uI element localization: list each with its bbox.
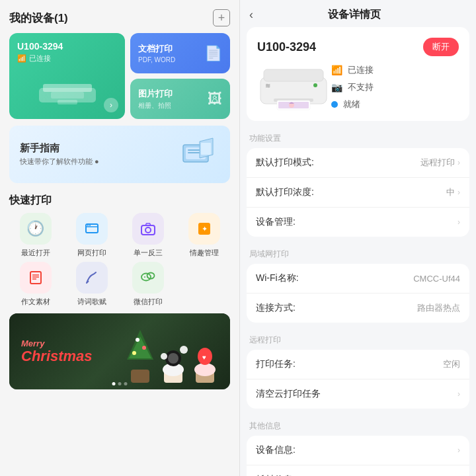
- device-card-image: [38, 81, 97, 110]
- device-info-card: U100-3294 断开: [247, 27, 469, 121]
- detail-page-title: 设备详情页: [258, 8, 450, 22]
- svg-point-11: [87, 225, 89, 226]
- ready-status-label: 就绪: [343, 99, 360, 110]
- emotion-label: 情趣管理: [190, 248, 219, 258]
- svg-rect-8: [201, 143, 211, 155]
- device-cards-row: U100-3294 📶 已连接 › 文档打印 PDF, WORD: [0, 33, 239, 126]
- left-panel: 我的设备(1) + U100-3294 📶 已连接 ›: [0, 0, 239, 476]
- settings-row-connect-type: 连接方式: 路由器热点: [247, 294, 469, 323]
- carousel-line1: Merry: [21, 338, 93, 348]
- svg-marker-28: [129, 337, 151, 358]
- guide-title: 新手指南: [20, 142, 99, 155]
- quick-item-web[interactable]: 网页打印: [65, 213, 118, 258]
- doc-card-subtitle: PDF, WORD: [138, 56, 175, 63]
- photo-card-subtitle: 相册、拍照: [138, 101, 173, 110]
- quick-item-emotion[interactable]: ✦ 情趣管理: [178, 213, 230, 258]
- svg-rect-3: [58, 100, 77, 104]
- svg-point-35: [168, 353, 178, 364]
- svg-point-30: [142, 346, 146, 350]
- quick-item-recent[interactable]: 🕐 最近打开: [9, 213, 61, 258]
- device-card-arrow[interactable]: ›: [104, 98, 118, 112]
- svg-point-12: [89, 225, 91, 226]
- back-button[interactable]: ‹: [249, 8, 253, 22]
- svg-rect-7: [188, 152, 200, 153]
- svg-point-24: [144, 276, 145, 278]
- svg-point-25: [147, 276, 148, 278]
- essay-label: 作文素材: [21, 297, 50, 307]
- settings-row-consumable[interactable]: 耗材信息: ›: [247, 465, 469, 476]
- right-panel: ‹ 设备详情页 U100-3294 断开: [240, 0, 476, 476]
- chevron-icon: ›: [457, 446, 460, 455]
- wifi-icon: 📶: [331, 65, 342, 75]
- doc-print-card[interactable]: 文档打印 PDF, WORD 📄: [130, 33, 230, 73]
- svg-rect-26: [131, 370, 149, 383]
- ready-dot-icon: [331, 101, 338, 108]
- add-device-button[interactable]: +: [213, 9, 230, 26]
- svg-point-22: [141, 274, 151, 281]
- svg-rect-43: [264, 69, 323, 81]
- web-icon: [76, 213, 108, 245]
- cam-icon: 📷: [331, 82, 342, 93]
- svg-rect-17: [30, 272, 41, 284]
- doc-card-title: 文档打印: [138, 43, 175, 55]
- svg-point-31: [132, 351, 136, 355]
- settings-row-density[interactable]: 默认打印浓度: 中 ›: [247, 178, 469, 208]
- section-label-0: 功能设置: [240, 128, 476, 148]
- section-label-3: 其他信息: [240, 415, 476, 436]
- print-type-cards: 文档打印 PDF, WORD 📄 图片打印 相册、拍照 🖼: [130, 33, 230, 119]
- left-header: 我的设备(1) +: [0, 0, 239, 33]
- wifi-status-label: 已连接: [348, 64, 374, 76]
- section-label-2: 远程打印: [240, 329, 476, 350]
- recent-label: 最近打开: [21, 248, 50, 258]
- guide-illustration: [180, 135, 219, 174]
- settings-container: 功能设置 默认打印模式: 远程打印 › 默认打印浓度: 中 › 设备管理: › …: [240, 128, 476, 476]
- quick-item-camera[interactable]: 单一反三: [122, 213, 174, 258]
- svg-point-14: [145, 227, 151, 233]
- essay-icon: [20, 262, 52, 294]
- photo-print-card[interactable]: 图片打印 相册、拍照 🖼: [130, 79, 230, 119]
- quick-item-essay[interactable]: 作文素材: [9, 262, 61, 307]
- camera-status-label: 不支持: [348, 81, 374, 93]
- carousel-dot-3[interactable]: [124, 382, 128, 385]
- chevron-icon: ›: [457, 188, 460, 197]
- promo-carousel[interactable]: Merry Christmas: [9, 313, 230, 389]
- settings-section-3: 设备信息: › 耗材信息: ›: [247, 436, 469, 476]
- device-info-header: U100-3294 断开: [257, 38, 459, 56]
- svg-text:✦: ✦: [201, 225, 207, 233]
- photo-card-icon: 🖼: [208, 91, 222, 108]
- quick-item-poem[interactable]: 诗词歌赋: [65, 262, 118, 307]
- chevron-icon: ›: [457, 389, 460, 399]
- carousel-text: Merry Christmas: [21, 338, 93, 364]
- settings-row-print-mode[interactable]: 默认打印模式: 远程打印 ›: [247, 148, 469, 178]
- svg-rect-2: [51, 92, 84, 99]
- right-panel-header: ‹ 设备详情页: [240, 0, 476, 27]
- svg-point-29: [136, 338, 139, 342]
- status-ready: 就绪: [331, 99, 374, 110]
- poem-icon: [76, 262, 108, 294]
- settings-row-clear-cloud[interactable]: 清空云打印任务 ›: [247, 379, 469, 409]
- camera-icon: [132, 213, 164, 245]
- chevron-icon: ›: [457, 158, 460, 167]
- quick-print-grid: 🕐 最近打开 网页打印 单一反三 ✦ 情趣管理 作文素材: [0, 213, 239, 313]
- camera-label: 单一反三: [134, 248, 163, 258]
- svg-point-40: [161, 353, 167, 360]
- carousel-dot-2[interactable]: [118, 382, 122, 385]
- device-main-card[interactable]: U100-3294 📶 已连接 ›: [9, 33, 125, 119]
- photo-card-title: 图片打印: [138, 88, 173, 100]
- settings-row-device-mgmt[interactable]: 设备管理: ›: [247, 208, 469, 237]
- quick-item-wechat[interactable]: 微信打印: [122, 262, 174, 307]
- settings-row-device-info[interactable]: 设备信息: ›: [247, 436, 469, 465]
- recent-icon: 🕐: [20, 213, 52, 245]
- poem-label: 诗词歌赋: [77, 297, 106, 307]
- svg-text:♥: ♥: [202, 354, 206, 361]
- section-label-1: 局域网打印: [240, 243, 476, 264]
- settings-row-wifi-name: Wi-Fi名称: CMCC-Uf44: [247, 264, 469, 294]
- device-detail-name: U100-3294: [257, 40, 316, 54]
- disconnect-button[interactable]: 断开: [423, 38, 459, 56]
- device-card-status: 📶 已连接: [17, 54, 117, 63]
- doc-card-icon: 📄: [204, 45, 222, 62]
- carousel-dot-1[interactable]: [112, 382, 116, 385]
- guide-banner[interactable]: 新手指南 快速带你了解软件功能 ●: [9, 126, 230, 183]
- cupcake-decoration: ♥: [98, 320, 230, 389]
- carousel-content: Merry Christmas: [9, 313, 230, 389]
